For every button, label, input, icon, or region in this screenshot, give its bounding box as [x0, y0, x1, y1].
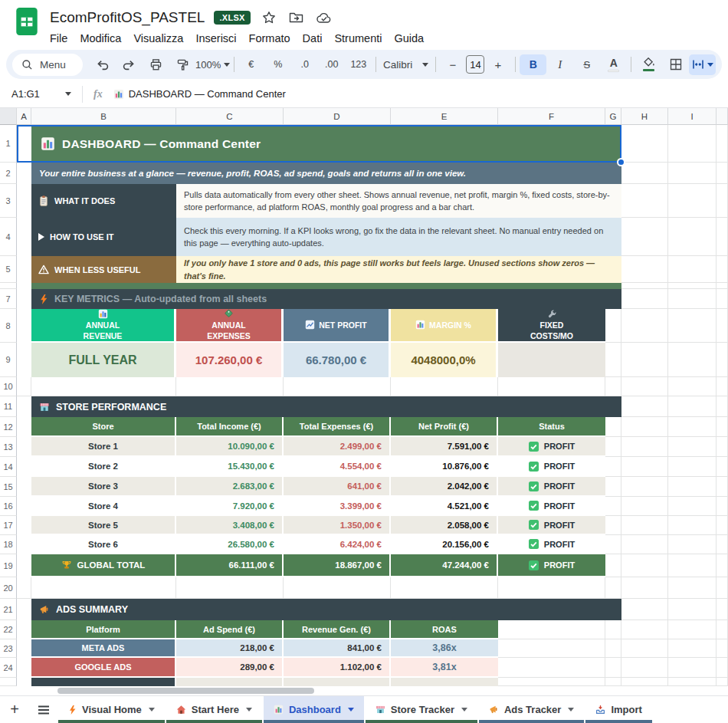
cell[interactable] — [717, 535, 728, 554]
row-header-21[interactable]: 21 — [0, 599, 17, 620]
tab-store-tracker[interactable]: Store Tracker — [366, 696, 477, 723]
fill-color-button[interactable] — [635, 54, 662, 75]
decrease-decimals-button[interactable]: .0 — [291, 54, 318, 75]
cell[interactable] — [668, 289, 717, 309]
all-sheets-menu-button[interactable] — [29, 696, 58, 723]
cell[interactable] — [717, 184, 728, 218]
cell[interactable] — [621, 184, 668, 218]
cell[interactable] — [717, 639, 728, 658]
row-header-9[interactable]: 9 — [0, 343, 17, 377]
col-header-i[interactable]: I — [668, 108, 717, 125]
cell[interactable] — [17, 457, 31, 477]
cell[interactable] — [17, 497, 31, 516]
cell[interactable] — [605, 577, 621, 599]
cell[interactable] — [17, 477, 31, 497]
cell[interactable] — [717, 497, 728, 516]
cell[interactable] — [17, 678, 31, 686]
increase-decimals-button[interactable]: .00 — [318, 54, 345, 75]
cell[interactable] — [621, 283, 668, 289]
cell[interactable] — [668, 577, 717, 599]
row-header-15[interactable]: 15 — [0, 477, 17, 497]
key-metrics-banner-cell[interactable]: KEY METRICS — Auto-updated from all shee… — [31, 289, 621, 309]
cell[interactable] — [621, 477, 668, 497]
row-header-20[interactable]: 20 — [0, 577, 17, 599]
cell[interactable] — [498, 620, 605, 639]
cell[interactable] — [621, 577, 668, 599]
cell[interactable] — [717, 437, 728, 457]
star-icon[interactable] — [260, 8, 278, 27]
cell[interactable] — [621, 309, 668, 343]
decrease-font-size-button[interactable]: − — [439, 54, 466, 75]
kpi-margin-header[interactable]: MARGIN % — [391, 309, 498, 343]
cell[interactable] — [668, 554, 717, 577]
row-header-5[interactable]: 5 — [0, 256, 17, 283]
cell[interactable] — [391, 577, 498, 599]
select-all-corner[interactable] — [0, 108, 17, 125]
cell[interactable] — [17, 184, 31, 218]
expenses-cell[interactable]: 1.350,00 € — [284, 516, 391, 535]
cell[interactable] — [668, 535, 717, 554]
cell[interactable] — [17, 218, 31, 256]
cell[interactable] — [668, 437, 717, 457]
platform-cell[interactable]: GOOGLE ADS — [31, 658, 176, 678]
cell[interactable] — [605, 554, 621, 577]
col-header-a[interactable]: A — [17, 108, 31, 125]
col-header-e[interactable]: E — [391, 108, 498, 125]
text-color-button[interactable]: A — [600, 54, 627, 75]
cloud-saved-icon[interactable] — [315, 8, 333, 27]
font-select[interactable]: Calibri — [380, 54, 431, 75]
cell[interactable] — [717, 283, 728, 289]
row-header-17[interactable]: 17 — [0, 516, 17, 535]
kpi-net-profit-value[interactable]: 66.780,00 € — [284, 343, 391, 377]
store-name-cell[interactable]: Store 3 — [31, 477, 176, 497]
ad-spend-col-header[interactable]: Ad Spend (€) — [176, 620, 284, 639]
store-col-header[interactable]: Store — [31, 417, 176, 437]
cell[interactable] — [284, 678, 391, 686]
row-header-12[interactable]: 12 — [0, 417, 17, 437]
row-header-25[interactable] — [0, 678, 17, 686]
tab-ads-tracker[interactable]: Ads Tracker — [479, 696, 584, 723]
status-cell[interactable]: PROFIT — [498, 457, 605, 477]
kpi-annual-expenses-value[interactable]: 107.260,00 € — [176, 343, 284, 377]
tab-dashboard[interactable]: Dashboard — [264, 696, 364, 723]
when-less-useful-label-cell[interactable]: WHEN LESS USEFUL — [31, 256, 176, 283]
undo-button[interactable] — [89, 54, 116, 75]
cell[interactable] — [717, 577, 728, 599]
increase-font-size-button[interactable]: + — [484, 54, 511, 75]
cell[interactable] — [621, 343, 668, 377]
cell[interactable] — [717, 256, 728, 283]
expenses-cell[interactable]: 2.499,00 € — [284, 437, 391, 457]
cell[interactable] — [31, 377, 176, 396]
cell[interactable] — [621, 535, 668, 554]
ads-summary-banner-cell[interactable]: ADS SUMMARY — [31, 599, 621, 620]
revenue-gen-col-header[interactable]: Revenue Gen. (€) — [284, 620, 391, 639]
font-size-input[interactable]: 14 — [466, 55, 484, 74]
cell[interactable] — [605, 535, 621, 554]
how-to-use-text-cell[interactable]: Check this every morning. If a KPI looks… — [176, 218, 621, 256]
cell-a1[interactable] — [17, 125, 31, 163]
kpi-annual-revenue-header[interactable]: ANNUAL REVENUE — [31, 309, 176, 343]
net-profit-cell[interactable]: 4.521,00 € — [391, 497, 498, 516]
cell[interactable] — [17, 658, 31, 678]
cell[interactable] — [621, 678, 668, 686]
paint-format-button[interactable] — [169, 54, 196, 75]
row-header-2[interactable]: 2 — [0, 163, 17, 184]
kpi-net-profit-header[interactable]: NET PROFIT — [284, 309, 391, 343]
cell[interactable] — [668, 125, 717, 163]
menu-search-button[interactable]: Menu — [12, 54, 83, 76]
row-header-18[interactable]: 18 — [0, 535, 17, 554]
status-cell[interactable]: PROFIT — [498, 437, 605, 457]
cell[interactable] — [498, 639, 605, 658]
name-box[interactable]: A1:G1 — [0, 88, 77, 100]
income-cell[interactable]: 10.090,00 € — [176, 437, 284, 457]
cell[interactable] — [621, 377, 668, 396]
cell[interactable] — [668, 396, 717, 417]
cell[interactable] — [17, 535, 31, 554]
platform-col-header[interactable]: Platform — [31, 620, 176, 639]
cell[interactable] — [17, 599, 31, 620]
bold-button[interactable]: B — [520, 54, 546, 75]
what-it-does-text-cell[interactable]: Pulls data automatically from every othe… — [176, 184, 621, 218]
menu-visualizza[interactable]: Visualizza — [127, 30, 189, 47]
print-button[interactable] — [143, 54, 169, 75]
cell[interactable] — [17, 437, 31, 457]
